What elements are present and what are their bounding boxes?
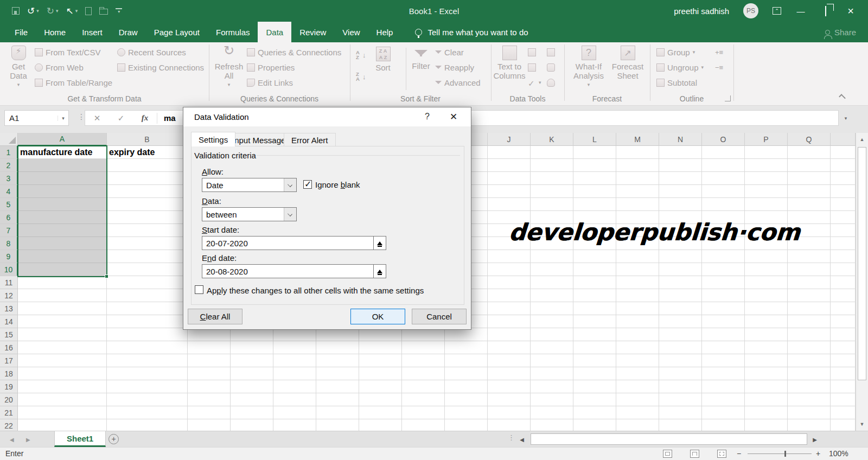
row-header-1[interactable]: 1	[0, 146, 18, 159]
redo-icon[interactable]: ↻▾	[47, 7, 59, 16]
group-button[interactable]: Group▾	[656, 46, 695, 58]
sort-az-button[interactable]: AZ↓	[356, 49, 366, 61]
forecast-sheet-button[interactable]: ↗ Forecast Sheet	[610, 46, 646, 80]
column-header-p[interactable]: P	[745, 133, 788, 146]
row-header-6[interactable]: 6	[0, 211, 18, 224]
allow-dropdown-chevron-icon[interactable]	[284, 178, 296, 191]
consolidate-button[interactable]	[547, 46, 555, 58]
edit-links-button[interactable]: Edit Links	[247, 76, 293, 88]
sheet-tab-sheet1[interactable]: Sheet1	[54, 431, 106, 447]
ribbon-tab-page-layout[interactable]: Page Layout	[146, 22, 208, 42]
customize-quick-access-icon[interactable]: ▾	[116, 8, 122, 14]
column-header-j[interactable]: J	[488, 133, 531, 146]
ribbon-tab-draw[interactable]: Draw	[111, 22, 146, 42]
allow-dropdown[interactable]: Date	[202, 178, 297, 192]
recent-sources-button[interactable]: Recent Sources	[117, 46, 186, 58]
restore-button[interactable]	[820, 7, 831, 16]
open-folder-icon[interactable]	[99, 7, 108, 15]
sheet-nav-left-icon[interactable]: ◀	[10, 431, 14, 448]
ok-button[interactable]: OK	[350, 309, 405, 324]
zoom-slider[interactable]	[748, 453, 812, 454]
cancel-entry-icon[interactable]: ✕	[85, 113, 109, 123]
start-date-collapse-icon[interactable]	[373, 236, 386, 250]
end-date-input[interactable]	[202, 264, 374, 278]
zoom-slider-handle[interactable]	[784, 451, 786, 457]
touch-mode-icon[interactable]: ↖▾	[66, 7, 78, 16]
row-header-17[interactable]: 17	[0, 354, 18, 367]
row-header-4[interactable]: 4	[0, 185, 18, 198]
zoom-out-icon[interactable]: −	[737, 449, 741, 458]
row-header-8[interactable]: 8	[0, 237, 18, 250]
row-header-10[interactable]: 10	[0, 263, 18, 276]
name-box-dropdown-icon[interactable]: ▾	[58, 116, 68, 121]
data-validation-button[interactable]: ✓▾	[528, 76, 541, 88]
fill-handle[interactable]	[105, 274, 108, 278]
page-layout-view-icon[interactable]	[690, 450, 699, 458]
clear-all-button[interactable]: Clear All	[188, 309, 242, 324]
sheet-nav-right-icon[interactable]: ▶	[26, 431, 30, 448]
row-header-9[interactable]: 9	[0, 250, 18, 263]
data-dropdown[interactable]: between	[202, 207, 297, 221]
relationships-button[interactable]	[547, 61, 555, 73]
ribbon-tab-data[interactable]: Data	[258, 22, 291, 42]
clear-filter-button[interactable]: Clear	[435, 46, 464, 58]
column-header-a[interactable]: A	[18, 133, 107, 146]
row-header-5[interactable]: 5	[0, 198, 18, 211]
cell-b1[interactable]: expiry date	[109, 148, 155, 157]
zoom-level[interactable]: 100%	[829, 449, 848, 458]
collapse-ribbon-icon[interactable]	[839, 94, 846, 101]
ribbon-tab-view[interactable]: View	[334, 22, 368, 42]
row-header-12[interactable]: 12	[0, 289, 18, 302]
apply-changes-label[interactable]: Apply these changes to all other cells w…	[207, 286, 424, 295]
column-header-n[interactable]: N	[659, 133, 702, 146]
ignore-blank-checkbox[interactable]	[303, 180, 312, 189]
sort-button[interactable]: Z AA Z Sort	[371, 47, 395, 72]
formula-bar-splitter[interactable]: ⋮	[78, 112, 85, 121]
cell-a1[interactable]: manufacture date	[20, 148, 92, 157]
ribbon-tab-insert[interactable]: Insert	[74, 22, 111, 42]
close-button[interactable]: ×	[845, 5, 856, 17]
hscroll-left-icon[interactable]: ◀	[516, 434, 527, 445]
row-header-11[interactable]: 11	[0, 276, 18, 289]
zoom-in-icon[interactable]: +	[816, 449, 820, 458]
filter-button[interactable]: Filter	[409, 48, 433, 71]
ignore-blank-label[interactable]: Ignore blank	[315, 180, 360, 189]
undo-icon[interactable]: ↺▾	[27, 7, 39, 16]
ribbon-tab-file[interactable]: File	[7, 22, 36, 42]
dialog-close-icon[interactable]: ✕	[442, 107, 465, 126]
row-header-15[interactable]: 15	[0, 328, 18, 341]
horizontal-scrollbar-thumb[interactable]	[531, 433, 807, 445]
start-date-input[interactable]	[202, 236, 374, 250]
row-header-18[interactable]: 18	[0, 367, 18, 380]
remove-duplicates-button[interactable]	[528, 61, 536, 73]
advanced-filter-button[interactable]: Advanced	[435, 76, 481, 88]
from-text-csv-button[interactable]: From Text/CSV	[35, 46, 100, 58]
cancel-button[interactable]: Cancel	[412, 309, 467, 324]
dialog-help-icon[interactable]: ?	[425, 112, 430, 122]
row-header-16[interactable]: 16	[0, 341, 18, 354]
sort-za-button[interactable]: ZA↓	[356, 71, 366, 82]
ribbon-tab-home[interactable]: Home	[36, 22, 74, 42]
data-dropdown-chevron-icon[interactable]	[284, 208, 296, 221]
row-header-22[interactable]: 22	[0, 419, 18, 431]
get-data-button[interactable]: ⚡ Get Data▾	[3, 46, 34, 90]
confirm-entry-icon[interactable]: ✓	[109, 113, 133, 123]
row-header-7[interactable]: 7	[0, 224, 18, 237]
subtotal-button[interactable]: Subtotal	[656, 76, 697, 88]
avatar[interactable]: PS	[743, 3, 758, 18]
properties-button[interactable]: Properties	[247, 61, 295, 73]
new-sheet-icon[interactable]: +	[108, 434, 119, 444]
scroll-up-icon[interactable]: ▲	[857, 134, 867, 145]
from-web-button[interactable]: From Web	[35, 61, 84, 73]
ribbon-tab-review[interactable]: Review	[291, 22, 334, 42]
queries-connections-button[interactable]: Queries & Connections	[247, 46, 341, 58]
row-header-13[interactable]: 13	[0, 302, 18, 315]
new-file-icon[interactable]	[85, 7, 92, 15]
from-table-range-button[interactable]: From Table/Range	[35, 76, 112, 88]
hscroll-right-icon[interactable]: ▶	[809, 434, 820, 445]
text-to-columns-button[interactable]: Text to Columns	[494, 46, 525, 80]
row-header-3[interactable]: 3	[0, 172, 18, 185]
tab-error-alert[interactable]: Error Alert	[284, 133, 336, 146]
tell-me-box[interactable]: Tell me what you want to do	[415, 22, 528, 42]
ribbon-tab-formulas[interactable]: Formulas	[208, 22, 258, 42]
